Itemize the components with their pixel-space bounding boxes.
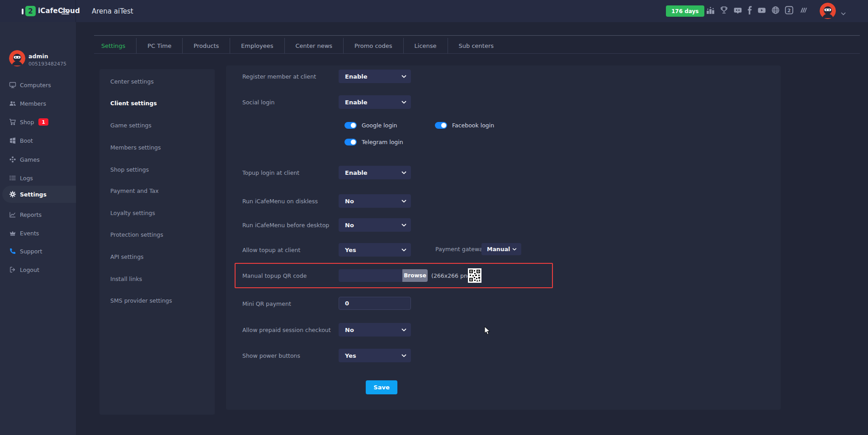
tab-products[interactable]: Products <box>183 38 230 53</box>
save-button[interactable]: Save <box>366 380 397 394</box>
brand-logo-icon <box>22 9 24 14</box>
tab-promo-codes[interactable]: Promo codes <box>344 38 404 53</box>
sidebar-item-events[interactable]: Events <box>0 225 76 242</box>
ranking-icon[interactable] <box>706 6 715 14</box>
sidebar-item-logout[interactable]: Logout <box>0 261 76 278</box>
settings-nav-client-settings[interactable]: Client settings <box>110 98 157 108</box>
google-login-toggle[interactable]: Google login <box>344 122 397 129</box>
tab-sub-centers[interactable]: Sub centers <box>448 38 505 53</box>
client-settings-form: Register member at client Enable Social … <box>226 65 781 410</box>
page-title: Arena aiTest <box>92 7 133 15</box>
browse-button[interactable]: Browse <box>402 269 428 282</box>
mini-qr-payment-input[interactable] <box>339 297 411 310</box>
payment-gateway-label: Payment gateway <box>435 243 486 255</box>
icafecloud-icon[interactable]: 2 <box>785 6 793 14</box>
show-power-buttons-label: Show power buttons <box>242 349 300 362</box>
app-window: 2 iCafeCloud Arena aiTest 176 days 2 adm… <box>0 0 868 435</box>
topup-login-label: Topup login at client <box>242 166 299 179</box>
user-avatar[interactable] <box>820 3 836 19</box>
sidebar-item-reports[interactable]: Reports <box>0 206 76 223</box>
sidebar-user-avatar[interactable] <box>9 50 25 66</box>
list-icon <box>9 174 16 182</box>
icafemenu-before-desktop-label: Run iCafeMenu before desktop <box>242 218 329 232</box>
allow-topup-select[interactable]: Yes <box>339 243 411 257</box>
sidebar-user-id: 005193482475 <box>28 61 66 67</box>
sidebar-item-members[interactable]: Members <box>0 95 76 112</box>
mini-qr-payment-label: Mini QR payment <box>242 297 291 310</box>
register-member-select[interactable]: Enable <box>339 70 411 83</box>
chevron-down-icon <box>401 248 406 252</box>
globe-icon[interactable] <box>771 6 780 14</box>
show-power-buttons-select[interactable]: Yes <box>339 349 411 362</box>
tabs-bottom-divider <box>94 53 860 54</box>
social-login-select[interactable]: Enable <box>339 95 411 109</box>
sidebar-item-shop[interactable]: Shop 1 <box>0 113 76 131</box>
icafemenu-diskless-select[interactable]: No <box>339 194 411 208</box>
shop-count-badge: 1 <box>38 118 48 126</box>
settings-nav-protection-settings[interactable]: Protection settings <box>110 230 163 239</box>
settings-nav-members-settings[interactable]: Members settings <box>110 143 161 152</box>
tab-settings[interactable]: Settings <box>94 38 137 53</box>
qr-file-input[interactable]: Browse <box>339 269 428 282</box>
settings-nav-sms-provider-settings[interactable]: SMS provider settings <box>110 296 172 305</box>
brand-name: iCafeCloud <box>38 7 80 15</box>
sidebar-item-computers[interactable]: Computers <box>0 76 76 94</box>
cart-icon <box>9 118 16 126</box>
chevron-down-icon <box>401 171 406 174</box>
windows-icon <box>9 137 16 144</box>
monitor-icon <box>9 81 16 89</box>
gamepad-icon <box>9 156 16 163</box>
phone-icon <box>9 248 16 255</box>
layers-icon[interactable] <box>798 6 807 14</box>
trophy-icon[interactable] <box>720 6 728 14</box>
license-days-badge[interactable]: 176 days <box>666 5 704 17</box>
tab-center-news[interactable]: Center news <box>285 38 344 53</box>
sidebar-item-settings[interactable]: Settings <box>2 186 76 203</box>
tab-pc-time[interactable]: PC Time <box>137 38 183 53</box>
chevron-down-icon <box>401 75 406 78</box>
chevron-down-icon <box>401 354 406 357</box>
facebook-login-toggle[interactable]: Facebook login <box>435 122 494 129</box>
youtube-icon[interactable] <box>757 6 766 14</box>
social-login-label: Social login <box>242 95 274 109</box>
chevron-down-icon <box>401 200 406 203</box>
sidebar-item-support[interactable]: Support <box>0 243 76 260</box>
tab-employees[interactable]: Employees <box>230 38 284 53</box>
hamburger-menu-icon[interactable] <box>61 9 69 16</box>
chart-icon <box>9 211 16 218</box>
sidebar-item-logs[interactable]: Logs <box>0 169 76 187</box>
settings-nav-center-settings[interactable]: Center settings <box>110 77 154 86</box>
qr-code-thumbnail[interactable] <box>468 268 481 283</box>
sidebar: admin 005193482475 Computers Members Sho… <box>0 22 76 435</box>
file-path-field[interactable] <box>339 269 402 282</box>
topbar-icon-row: 2 <box>706 6 807 14</box>
chevron-down-icon <box>401 101 406 104</box>
toggle-on-icon <box>344 122 357 129</box>
facebook-icon[interactable] <box>747 6 752 14</box>
svg-text:2: 2 <box>788 8 791 14</box>
tab-license[interactable]: License <box>404 38 448 53</box>
allow-topup-label: Allow topup at client <box>242 243 301 257</box>
sidebar-item-boot[interactable]: Boot <box>0 132 76 149</box>
qr-size-hint: (266x266 png) <box>431 269 473 282</box>
settings-nav-game-settings[interactable]: Game settings <box>110 121 151 130</box>
icafemenu-diskless-label: Run iCafeMenu on diskless <box>242 194 318 208</box>
discord-icon[interactable] <box>733 6 742 14</box>
icafemenu-before-desktop-select[interactable]: No <box>339 218 411 232</box>
chevron-down-icon <box>401 328 406 332</box>
manual-topup-qr-label: Manual topup QR code <box>242 269 307 282</box>
account-chevron-down-icon[interactable] <box>841 9 846 17</box>
topbar: 2 iCafeCloud Arena aiTest 176 days 2 <box>0 0 868 22</box>
settings-nav-loyalty-settings[interactable]: Loyalty settings <box>110 208 155 217</box>
settings-nav-api-settings[interactable]: API settings <box>110 252 144 261</box>
allow-prepaid-checkout-select[interactable]: No <box>339 323 411 337</box>
settings-nav-install-links[interactable]: Install links <box>110 274 142 283</box>
sidebar-item-games[interactable]: Games <box>0 151 76 168</box>
settings-nav-payment-and-tax[interactable]: Payment and Tax <box>110 186 159 195</box>
telegram-login-toggle[interactable]: Telegram login <box>344 139 403 145</box>
payment-gateway-select[interactable]: Manual <box>481 243 521 255</box>
brand-logo-square-icon: 2 <box>25 6 36 16</box>
topup-login-select[interactable]: Enable <box>339 166 411 179</box>
allow-prepaid-checkout-label: Allow prepaid session checkout <box>242 323 331 337</box>
settings-nav-shop-settings[interactable]: Shop settings <box>110 165 149 174</box>
